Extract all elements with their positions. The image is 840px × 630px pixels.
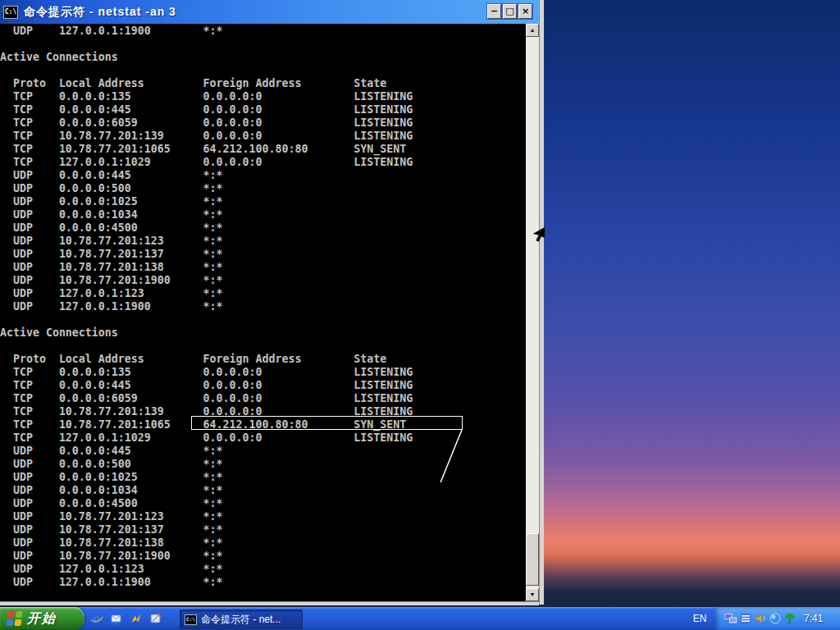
tray-clock[interactable]: 7:41 (804, 613, 823, 624)
window-right-border (539, 0, 544, 605)
scroll-up-button[interactable]: ▲ (526, 24, 539, 37)
outlook-express-icon[interactable] (110, 612, 123, 625)
scroll-down-button[interactable]: ▼ (526, 588, 539, 601)
volume-icon[interactable] (754, 612, 767, 625)
task-button-command-prompt[interactable]: C:\ 命令提示符 - net... (180, 609, 303, 629)
vertical-scrollbar[interactable]: ▲ ▼ (526, 24, 539, 601)
window-bottom-border (0, 601, 539, 605)
window-controls: − □ × (486, 4, 532, 19)
quick-launch-bar: e (90, 607, 162, 630)
ime-icon[interactable] (739, 612, 752, 625)
window-title: 命令提示符 - netstat -an 3 (24, 5, 176, 20)
ie-icon[interactable]: e (90, 612, 103, 625)
console-body: UDP 127.0.0.1:1900 *:* Active Connection… (0, 24, 526, 601)
console-icon: C:\ (3, 6, 18, 19)
annotation-box (191, 416, 463, 430)
minimize-button[interactable]: − (487, 4, 501, 19)
windows-logo-icon (5, 610, 23, 627)
console-window: C:\ 命令提示符 - netstat -an 3 − □ × UDP 127.… (0, 0, 543, 605)
show-desktop-icon[interactable] (149, 612, 162, 625)
window-title-bar[interactable]: C:\ 命令提示符 - netstat -an 3 − □ × (0, 0, 539, 24)
close-button[interactable]: × (518, 4, 532, 19)
svg-text:e: e (92, 612, 101, 625)
start-button[interactable]: 开始 (0, 607, 84, 630)
maximize-button[interactable]: □ (503, 4, 517, 19)
start-button-label: 开始 (27, 610, 57, 628)
system-tray: 7:41 (715, 607, 840, 630)
network-icon[interactable] (724, 612, 737, 625)
language-indicator[interactable]: EN (686, 607, 714, 630)
antivirus-umbrella-icon[interactable] (783, 612, 797, 625)
scroll-thumb[interactable] (526, 533, 539, 586)
task-button-label: 命令提示符 - net... (201, 613, 281, 627)
taskbar: 开始 e C:\ 命令提示符 - net... EN (0, 607, 840, 630)
messenger-icon[interactable] (130, 612, 143, 625)
console-icon: C:\ (185, 614, 197, 625)
mouse-cursor-icon (532, 226, 546, 243)
internet-connection-icon[interactable] (769, 612, 782, 625)
console-output: UDP 127.0.0.1:1900 *:* Active Connection… (0, 25, 413, 589)
